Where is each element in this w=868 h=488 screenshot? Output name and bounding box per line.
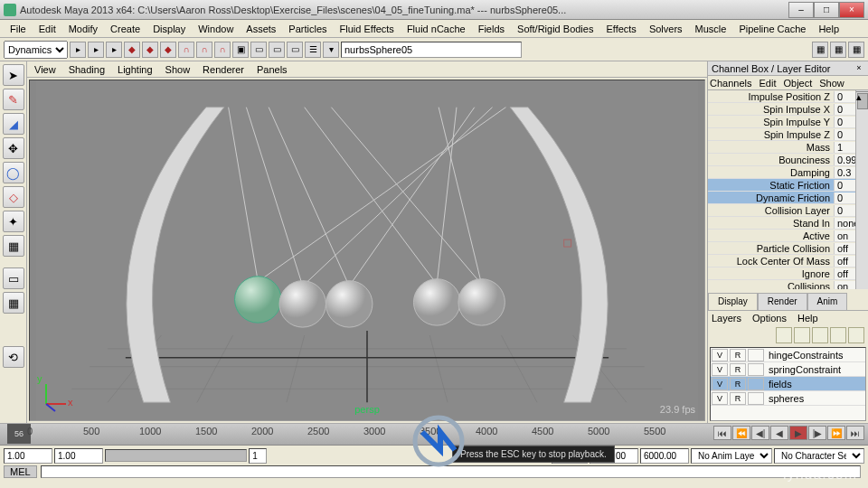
menu-window[interactable]: Window	[192, 22, 240, 36]
view-menu-item[interactable]: Shading	[69, 64, 105, 75]
range-start-field[interactable]	[4, 448, 52, 464]
layer-menu-item[interactable]: Help	[797, 313, 818, 324]
key-icon[interactable]: ◆	[142, 42, 158, 58]
magnet-icon[interactable]: ∩	[196, 42, 212, 58]
menu-effects[interactable]: Effects	[599, 22, 642, 36]
maximize-button[interactable]: □	[814, 2, 839, 18]
menu-particles[interactable]: Particles	[282, 22, 333, 36]
channel-row[interactable]: Particle Collisionoff	[708, 242, 868, 255]
layer-vis[interactable]: V	[712, 349, 728, 361]
close-button[interactable]: ×	[839, 2, 864, 18]
layer-menu-item[interactable]: Options	[752, 313, 787, 324]
shelf-icon[interactable]: ▣	[232, 42, 249, 58]
rotate-tool[interactable]: ◯	[3, 162, 24, 183]
playback-button[interactable]: ⏩	[827, 426, 845, 440]
menu-muscle[interactable]: Muscle	[689, 22, 733, 36]
playback-button[interactable]: ⏪	[732, 426, 750, 440]
layer-icon[interactable]	[776, 327, 792, 343]
magnet-icon[interactable]: ∩	[178, 42, 194, 58]
view-menu-item[interactable]: View	[34, 64, 56, 75]
channel-row[interactable]: Stand Innone	[708, 217, 868, 230]
menu-edit[interactable]: Edit	[33, 22, 62, 36]
menu-display[interactable]: Display	[146, 22, 192, 36]
channel-row[interactable]: Spin Impulse Y0	[708, 116, 868, 128]
layer-vis[interactable]: V	[712, 392, 728, 405]
key-icon[interactable]: ◆	[160, 42, 176, 58]
channel-menu-item[interactable]: Channels	[710, 78, 751, 89]
channel-box[interactable]: Impulse Position Z0Spin Impulse X0Spin I…	[708, 90, 868, 289]
layer-ref[interactable]: R	[730, 392, 746, 405]
layout-single[interactable]: ▭	[3, 267, 24, 289]
menu-pipelinecache[interactable]: Pipeline Cache	[732, 22, 812, 36]
shelf-icon[interactable]: ▸	[106, 42, 122, 58]
layer-row[interactable]: VRspringConstraint	[711, 362, 865, 377]
layer-icon[interactable]	[848, 327, 864, 343]
layer-icon[interactable]	[830, 327, 846, 343]
mel-label[interactable]: MEL	[4, 465, 37, 478]
channel-row[interactable]: Dynamic Friction0	[708, 192, 868, 204]
history-icon[interactable]: ⟲	[3, 346, 24, 368]
playback-button[interactable]: |▶	[808, 426, 826, 440]
channel-row[interactable]: Collision Layer0	[708, 204, 868, 217]
view-menu-item[interactable]: Panels	[257, 64, 288, 75]
menu-create[interactable]: Create	[104, 22, 146, 36]
scale-tool[interactable]: ◇	[3, 186, 24, 208]
paint-tool[interactable]: ◢	[3, 113, 24, 135]
playback-button[interactable]: ◀	[770, 426, 788, 440]
menu-assets[interactable]: Assets	[240, 22, 282, 36]
move-tool[interactable]: ✥	[3, 137, 24, 159]
layer-ref[interactable]: R	[730, 349, 746, 361]
panel-close-icon[interactable]: ×	[854, 63, 864, 74]
playback-button[interactable]: ◀|	[751, 426, 769, 440]
channel-row[interactable]: Spin Impulse X0	[708, 103, 868, 116]
panel-toggle-icon[interactable]: ▦	[830, 42, 846, 58]
menu-fluideffects[interactable]: Fluid Effects	[334, 22, 401, 36]
layer-ref[interactable]: R	[730, 378, 746, 390]
mode-selector[interactable]: Dynamics	[4, 41, 68, 59]
char-set-select[interactable]: No Character Set	[774, 448, 864, 464]
layer-icon[interactable]	[794, 327, 810, 343]
shelf-icon[interactable]: ▸	[70, 42, 86, 58]
last-tool[interactable]: ▦	[3, 235, 24, 257]
channel-menu-item[interactable]: Object	[783, 78, 812, 89]
view-menu-item[interactable]: Lighting	[118, 64, 153, 75]
range-start2-field[interactable]	[54, 448, 103, 464]
layout-four[interactable]: ▦	[3, 292, 24, 314]
render-icon[interactable]: ▭	[250, 42, 267, 58]
range-slider[interactable]	[105, 449, 247, 462]
shelf-icon[interactable]: ▸	[88, 42, 104, 58]
channel-row[interactable]: Activeon	[708, 230, 868, 242]
menu-fields[interactable]: Fields	[472, 22, 511, 36]
layer-icon[interactable]	[812, 327, 828, 343]
channel-row[interactable]: Bounciness0.99	[708, 154, 868, 166]
playback-button[interactable]: ⏭	[846, 426, 864, 440]
render-icon[interactable]: ▭	[287, 42, 303, 58]
playback-button[interactable]: ⏮	[713, 426, 731, 440]
view-menu-item[interactable]: Renderer	[203, 64, 244, 75]
channel-menu-item[interactable]: Edit	[759, 78, 776, 89]
object-name-field[interactable]	[341, 42, 522, 58]
layer-list[interactable]: VRhingeConstraintsVRspringConstraintVRfi…	[710, 347, 866, 421]
layer-ref[interactable]: R	[730, 363, 746, 376]
menu-solvers[interactable]: Solvers	[643, 22, 689, 36]
layer-color[interactable]	[748, 392, 764, 405]
manip-tool[interactable]: ✦	[3, 211, 24, 232]
layer-tab-display[interactable]: Display	[708, 293, 758, 310]
channel-row[interactable]: Ignoreoff	[708, 267, 868, 280]
layer-row[interactable]: VRhingeConstraints	[711, 348, 865, 362]
anim-layer-select[interactable]: No Anim Layer	[691, 448, 772, 464]
layer-color[interactable]	[748, 349, 764, 361]
panel-toggle-icon[interactable]: ▦	[812, 42, 828, 58]
select-tool[interactable]: ➤	[3, 64, 24, 86]
layer-menu-item[interactable]: Layers	[712, 313, 741, 324]
panel-toggle-icon[interactable]: ▦	[848, 42, 864, 58]
channel-row[interactable]: Spin Impulse Z0	[708, 128, 868, 141]
viewport[interactable]: yx persp 23.9 fps	[29, 80, 705, 421]
channel-row[interactable]: Mass1	[708, 141, 868, 154]
channel-row[interactable]: Static Friction0	[708, 179, 868, 192]
lasso-tool[interactable]: ✎	[3, 89, 24, 110]
layer-color[interactable]	[748, 378, 764, 390]
key-icon[interactable]: ◆	[124, 42, 140, 58]
menu-file[interactable]: File	[4, 22, 33, 36]
layer-tab-render[interactable]: Render	[758, 293, 807, 310]
